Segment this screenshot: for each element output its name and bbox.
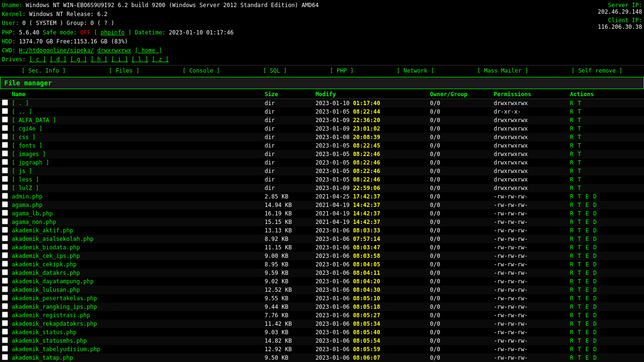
row-checkbox[interactable] [2, 142, 8, 148]
file-name[interactable]: akademik_aktif.php [12, 227, 73, 234]
action-t[interactable]: T [578, 337, 584, 344]
row-checkbox[interactable] [2, 346, 8, 352]
action-e[interactable]: E [586, 329, 592, 336]
row-checkbox[interactable] [2, 150, 8, 156]
action-r[interactable]: R [570, 108, 577, 115]
action-r[interactable]: R [570, 185, 577, 191]
row-checkbox[interactable] [2, 201, 8, 207]
file-name[interactable]: [ . ] [12, 100, 29, 107]
action-t[interactable]: T [578, 168, 581, 174]
row-checkbox[interactable] [2, 227, 8, 233]
file-name[interactable]: akademik_rekapdatakrs.php [12, 321, 97, 327]
action-e[interactable]: E [586, 337, 592, 344]
nav-self-remove[interactable]: [ Self remove ] [571, 67, 622, 74]
action-d[interactable]: D [593, 193, 596, 200]
action-e[interactable]: E [586, 321, 592, 327]
row-checkbox[interactable] [2, 184, 8, 190]
action-r[interactable]: R [570, 236, 577, 242]
action-e[interactable]: E [586, 270, 592, 276]
action-e[interactable]: E [586, 346, 592, 353]
action-t[interactable]: T [578, 185, 581, 191]
action-e[interactable]: E [586, 354, 592, 361]
nav-sec-info[interactable]: [ Sec. Info ] [22, 67, 66, 74]
action-t[interactable]: T [578, 108, 581, 115]
action-t[interactable]: T [578, 329, 584, 336]
action-r[interactable]: R [570, 117, 577, 123]
file-name[interactable]: [ lulZ ] [12, 185, 39, 191]
row-checkbox[interactable] [2, 320, 8, 326]
nav-sql[interactable]: [ SQL ] [263, 67, 287, 74]
drive-i[interactable]: [ i ] [111, 56, 128, 63]
file-name[interactable]: [ less ] [12, 176, 39, 183]
action-t[interactable]: T [578, 227, 584, 234]
action-e[interactable]: E [586, 304, 592, 310]
action-r[interactable]: R [570, 159, 577, 166]
action-t[interactable]: T [578, 278, 584, 285]
action-d[interactable]: D [593, 337, 596, 344]
action-r[interactable]: R [570, 244, 577, 251]
action-t[interactable]: T [578, 261, 584, 268]
action-r[interactable]: R [570, 270, 577, 276]
row-checkbox[interactable] [2, 261, 8, 267]
row-checkbox[interactable] [2, 278, 8, 284]
file-name[interactable]: akademik_tatap.php [12, 354, 73, 361]
action-r[interactable]: R [570, 253, 577, 259]
action-e[interactable]: E [586, 287, 592, 293]
drive-g[interactable]: [ g ] [70, 56, 87, 63]
action-r[interactable]: R [570, 278, 577, 285]
file-name[interactable]: [ .. ] [12, 108, 32, 115]
phpinfo-link[interactable]: phpinfo [101, 29, 125, 36]
action-r[interactable]: R [570, 193, 577, 200]
file-name[interactable]: akademik_datakrs.php [12, 270, 80, 276]
action-t[interactable]: T [578, 346, 584, 353]
action-r[interactable]: R [570, 210, 577, 217]
row-checkbox[interactable] [2, 108, 8, 114]
action-r[interactable]: R [570, 295, 577, 302]
row-checkbox[interactable] [2, 99, 8, 106]
nav-mass-mailer[interactable]: [ Mass Mailer ] [477, 67, 528, 74]
action-t[interactable]: T [578, 244, 584, 251]
action-d[interactable]: D [593, 278, 596, 285]
action-r[interactable]: R [570, 125, 577, 132]
action-r[interactable]: R [570, 168, 577, 174]
action-d[interactable]: D [593, 261, 596, 268]
action-t[interactable]: T [578, 219, 584, 225]
action-t[interactable]: T [578, 159, 581, 166]
action-t[interactable]: T [578, 193, 584, 200]
action-t[interactable]: T [578, 176, 581, 183]
action-d[interactable]: D [593, 329, 596, 336]
file-name[interactable]: akademik_pesertakelas.php [12, 295, 97, 302]
file-name[interactable]: [ js ] [12, 168, 32, 174]
row-checkbox[interactable] [2, 312, 8, 318]
action-r[interactable]: R [570, 227, 577, 234]
action-d[interactable]: D [593, 354, 596, 361]
action-e[interactable]: E [586, 193, 592, 200]
row-checkbox[interactable] [2, 193, 8, 199]
drive-d[interactable]: [ d ] [50, 56, 66, 63]
cwd-drwx[interactable]: drwxrwxrwx [97, 47, 131, 54]
action-d[interactable]: D [593, 270, 596, 276]
action-t[interactable]: T [578, 312, 584, 319]
row-checkbox[interactable] [2, 337, 8, 343]
action-e[interactable]: E [586, 227, 592, 234]
action-r[interactable]: R [570, 337, 577, 344]
action-e[interactable]: E [586, 210, 592, 217]
action-t[interactable]: T [578, 142, 581, 149]
file-name[interactable]: agama_non.php [12, 219, 56, 225]
action-t[interactable]: T [578, 321, 584, 327]
row-checkbox[interactable] [2, 167, 8, 173]
action-t[interactable]: T [578, 210, 584, 217]
action-e[interactable]: E [586, 312, 592, 319]
file-name[interactable]: [ images ] [12, 151, 46, 157]
action-t[interactable]: T [578, 354, 584, 361]
action-e[interactable]: E [586, 278, 592, 285]
action-e[interactable]: E [586, 202, 592, 208]
row-checkbox[interactable] [2, 295, 8, 301]
action-r[interactable]: R [570, 321, 577, 327]
row-checkbox[interactable] [2, 252, 8, 258]
action-d[interactable]: D [593, 295, 596, 302]
file-name[interactable]: akademik_asalsekolah.php [12, 236, 93, 242]
row-checkbox[interactable] [2, 286, 8, 292]
action-r[interactable]: R [570, 219, 577, 225]
file-name[interactable]: akademik_biodata.php [12, 244, 80, 251]
